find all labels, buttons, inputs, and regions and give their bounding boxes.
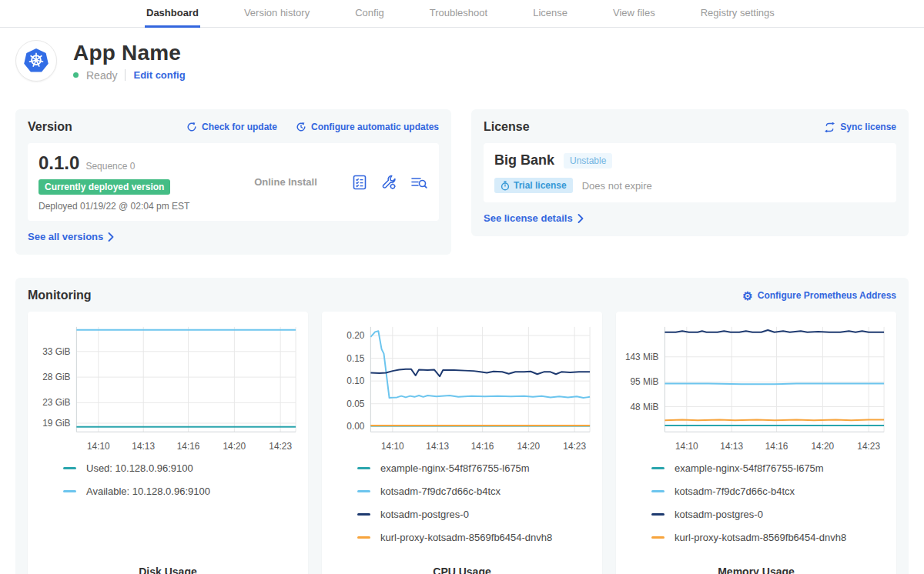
- legend-label: kurl-proxy-kotsadm-8569fb6454-dnvh8: [675, 532, 846, 543]
- preflight-checks-icon[interactable]: [351, 174, 368, 191]
- expiry-text: Does not expire: [582, 180, 652, 192]
- configure-automatic-updates-link[interactable]: Configure automatic updates: [296, 122, 439, 132]
- y-tick-label: 95 MiB: [631, 376, 659, 387]
- sync-arrows-icon: [824, 122, 835, 132]
- x-tick-label: 14:20: [223, 441, 246, 452]
- x-tick-label: 14:23: [563, 441, 586, 452]
- status-text: Ready: [86, 69, 117, 82]
- series-line: [370, 369, 590, 376]
- check-for-update-link[interactable]: Check for update: [186, 122, 277, 132]
- see-license-details-link[interactable]: See license details: [484, 212, 584, 224]
- disk-usage-chart-card: 33 GiB28 GiB23 GiB19 GiB14:1014:1314:161…: [28, 312, 308, 574]
- legend-swatch-icon: [357, 513, 370, 516]
- legend-swatch-icon: [63, 490, 76, 492]
- legend-label: kotsadm-postgres-0: [675, 509, 763, 520]
- legend-swatch-icon: [651, 536, 665, 539]
- memory-usage-legend: example-nginx-54f8f76755-l675mkotsadm-7f…: [651, 462, 890, 555]
- legend-label: Available: 10.128.0.96:9100: [86, 486, 210, 497]
- ready-status-dot-icon: [73, 72, 79, 78]
- app-title-block: App Name Ready Edit config: [73, 41, 186, 82]
- tab-registry-settings[interactable]: Registry settings: [699, 0, 776, 28]
- memory-usage-title: Memory Usage: [622, 555, 890, 574]
- x-tick-label: 14:16: [177, 441, 200, 452]
- disk-usage-legend: Used: 10.128.0.96:9100Available: 10.128.…: [63, 462, 302, 509]
- top-nav: Dashboard Version history Config Trouble…: [0, 0, 924, 28]
- legend-item: Available: 10.128.0.96:9100: [63, 486, 302, 497]
- legend-item: kurl-proxy-kotsadm-8569fb6454-dnvh8: [357, 532, 596, 543]
- legend-item: kotsadm-7f9dc7d66c-b4tcx: [651, 486, 890, 497]
- license-card: Big Bank Unstable Trial license Does not…: [484, 143, 896, 202]
- version-title: Version: [28, 120, 72, 134]
- legend-label: Used: 10.128.0.96:9100: [86, 462, 193, 474]
- y-tick-label: 0.00: [346, 421, 364, 432]
- tab-license[interactable]: License: [531, 0, 569, 28]
- divider: [125, 69, 126, 81]
- x-tick-label: 14:16: [765, 441, 788, 452]
- y-tick-label: 28 GiB: [42, 372, 70, 382]
- legend-label: example-nginx-54f8f76755-l675m: [380, 462, 530, 474]
- legend-label: kotsadm-7f9dc7d66c-b4tcx: [675, 486, 795, 497]
- series-line: [665, 384, 884, 385]
- tab-dashboard[interactable]: Dashboard: [145, 0, 200, 28]
- x-tick-label: 14:16: [471, 441, 494, 452]
- kubernetes-logo-icon: [15, 40, 57, 82]
- legend-item: kotsadm-postgres-0: [357, 509, 596, 520]
- legend-swatch-icon: [651, 513, 665, 516]
- series-line: [665, 420, 884, 421]
- monitoring-panel: Monitoring ⚙ Configure Prometheus Addres…: [15, 278, 909, 574]
- page-title: App Name: [73, 41, 186, 65]
- cpu-usage-plot: 0.200.150.100.050.0014:1014:1314:1614:20…: [328, 319, 596, 455]
- config-wrench-icon[interactable]: [380, 174, 397, 191]
- version-panel: Version Check for update Configure autom…: [15, 109, 451, 255]
- x-tick-label: 14:13: [132, 441, 155, 452]
- deployed-timestamp: Deployed 01/19/22 @ 02:04 pm EST: [38, 201, 220, 212]
- x-tick-label: 14:10: [87, 441, 110, 452]
- x-tick-label: 14:23: [269, 441, 292, 452]
- series-line: [370, 331, 590, 398]
- y-tick-label: 0.05: [346, 399, 364, 409]
- tab-troubleshoot[interactable]: Troubleshoot: [428, 0, 489, 28]
- y-tick-label: 0.10: [346, 375, 364, 386]
- trial-license-badge: Trial license: [494, 178, 573, 193]
- legend-item: kurl-proxy-kotsadm-8569fb6454-dnvh8: [651, 532, 890, 543]
- y-tick-label: 19 GiB: [42, 418, 70, 429]
- memory-usage-chart-card: 143 MiB95 MiB48 MiB14:1014:1314:1614:201…: [616, 312, 896, 574]
- monitoring-title: Monitoring: [28, 289, 92, 302]
- legend-item: example-nginx-54f8f76755-l675m: [651, 462, 890, 474]
- stopwatch-icon: [500, 181, 510, 191]
- tab-config[interactable]: Config: [353, 0, 386, 28]
- legend-item: example-nginx-54f8f76755-l675m: [357, 462, 596, 474]
- cpu-usage-title: CPU Usage: [328, 555, 596, 574]
- tab-version-history[interactable]: Version history: [243, 0, 311, 28]
- install-type-label: Online Install: [229, 176, 342, 188]
- legend-label: example-nginx-54f8f76755-l675m: [675, 462, 824, 474]
- app-header: App Name Ready Edit config: [15, 40, 909, 82]
- x-tick-label: 14:20: [517, 441, 541, 452]
- legend-swatch-icon: [357, 467, 370, 469]
- license-title: License: [484, 120, 530, 134]
- legend-swatch-icon: [651, 467, 665, 469]
- legend-item: kotsadm-postgres-0: [651, 509, 890, 520]
- view-diff-icon[interactable]: [410, 174, 428, 191]
- legend-swatch-icon: [63, 467, 76, 469]
- x-tick-label: 14:13: [720, 441, 743, 452]
- cpu-usage-chart-card: 0.200.150.100.050.0014:1014:1314:1614:20…: [322, 312, 602, 574]
- disk-usage-plot: 33 GiB28 GiB23 GiB19 GiB14:1014:1314:161…: [34, 319, 302, 455]
- deployed-version-badge: Currently deployed version: [38, 179, 170, 195]
- see-all-versions-link[interactable]: See all versions: [28, 231, 114, 242]
- legend-item: Used: 10.128.0.96:9100: [63, 462, 302, 474]
- cpu-usage-legend: example-nginx-54f8f76755-l675mkotsadm-7f…: [357, 462, 596, 555]
- configure-prometheus-link[interactable]: ⚙ Configure Prometheus Address: [742, 290, 896, 302]
- y-tick-label: 0.20: [346, 330, 364, 341]
- legend-label: kurl-proxy-kotsadm-8569fb6454-dnvh8: [380, 532, 552, 543]
- sync-license-link[interactable]: Sync license: [824, 122, 896, 132]
- auto-update-clock-icon: [296, 122, 306, 132]
- y-tick-label: 33 GiB: [42, 346, 70, 357]
- legend-swatch-icon: [357, 536, 370, 539]
- series-line: [665, 330, 884, 332]
- memory-usage-plot: 143 MiB95 MiB48 MiB14:1014:1314:1614:201…: [622, 319, 890, 455]
- x-tick-label: 14:10: [675, 441, 698, 452]
- tab-view-files[interactable]: View files: [611, 0, 657, 28]
- edit-config-link[interactable]: Edit config: [133, 69, 185, 81]
- y-tick-label: 48 MiB: [631, 402, 659, 412]
